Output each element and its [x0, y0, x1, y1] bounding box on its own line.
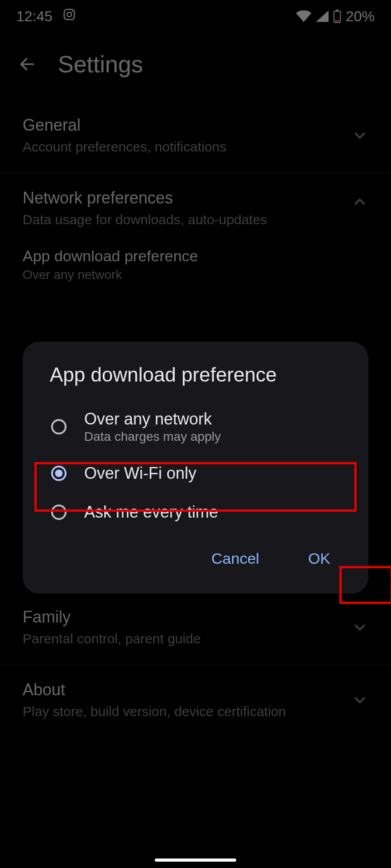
svg-point-9 — [55, 470, 63, 477]
dialog-app-download-preference: App download preference Over any network… — [23, 342, 368, 594]
radio-unchecked-icon — [50, 503, 68, 521]
section-title: General — [23, 116, 368, 135]
status-time: 12:45 — [16, 8, 52, 25]
sub-item-title: App download preference — [23, 247, 368, 265]
radio-unchecked-icon — [50, 418, 68, 436]
page-header: Settings — [0, 33, 391, 100]
sub-item-value: Over any network — [23, 268, 368, 282]
chevron-down-icon — [351, 127, 368, 146]
radio-checked-icon — [50, 464, 68, 482]
wifi-icon — [296, 10, 311, 22]
page-title: Settings — [58, 51, 143, 78]
battery-percent: 20% — [346, 8, 375, 25]
cellular-icon — [316, 10, 329, 22]
section-title: Network preferences — [23, 189, 368, 208]
chevron-up-icon — [351, 193, 368, 212]
section-subtitle: Data usage for downloads, auto-updates — [23, 212, 368, 227]
svg-rect-3 — [336, 9, 338, 11]
ok-button[interactable]: OK — [297, 543, 341, 574]
section-network[interactable]: Network preferences Data usage for downl… — [0, 173, 391, 232]
svg-rect-5 — [334, 20, 339, 22]
instagram-icon — [62, 8, 76, 25]
cancel-button[interactable]: Cancel — [200, 543, 270, 574]
svg-point-10 — [52, 505, 66, 519]
section-title: About — [23, 680, 368, 699]
option-label: Over Wi-Fi only — [84, 464, 196, 483]
status-bar: 12:45 20% — [0, 0, 391, 33]
option-label: Over any network — [84, 410, 221, 429]
section-subtitle: Play store, build version, device certif… — [23, 704, 368, 719]
section-general[interactable]: General Account preferences, notificatio… — [0, 100, 391, 173]
svg-point-1 — [67, 12, 72, 17]
section-subtitle: Parental control, parent guide — [23, 631, 368, 646]
chevron-down-icon — [351, 619, 368, 638]
section-family[interactable]: Family Parental control, parent guide — [0, 592, 391, 665]
dialog-title: App download preference — [23, 363, 368, 400]
option-sub: Data charges may apply — [84, 429, 221, 444]
back-arrow-icon[interactable] — [18, 55, 36, 73]
option-label: Ask me every time — [84, 503, 218, 522]
option-over-wifi-only[interactable]: Over Wi-Fi only — [23, 454, 368, 493]
chevron-down-icon — [351, 692, 368, 711]
section-about[interactable]: About Play store, build version, device … — [0, 665, 391, 737]
section-title: Family — [23, 608, 368, 627]
home-indicator[interactable] — [155, 859, 236, 862]
battery-icon — [333, 9, 341, 23]
sub-item-app-download[interactable]: App download preference Over any network — [0, 232, 391, 285]
svg-rect-0 — [64, 9, 75, 20]
svg-point-2 — [72, 11, 73, 12]
option-over-any-network[interactable]: Over any network Data charges may apply — [23, 400, 368, 454]
section-subtitle: Account preferences, notifications — [23, 139, 368, 155]
svg-point-7 — [52, 420, 66, 434]
option-ask-every-time[interactable]: Ask me every time — [23, 493, 368, 532]
